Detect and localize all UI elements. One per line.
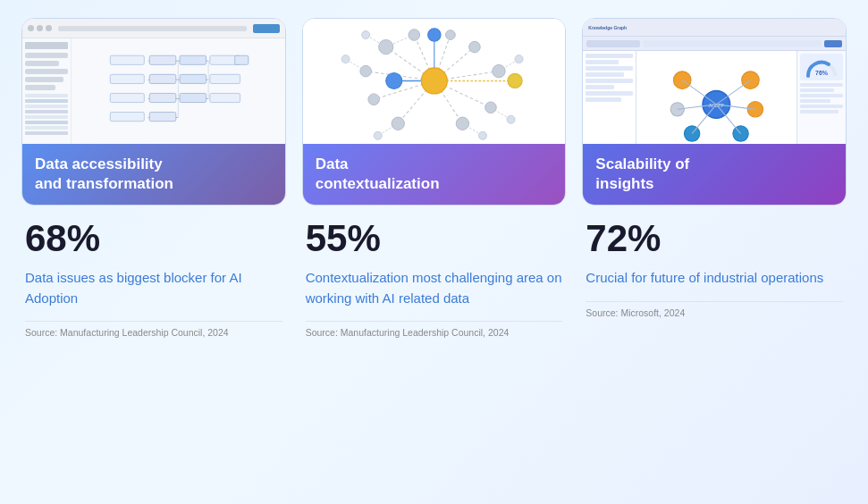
svg-point-50 [360,65,372,77]
card-1-description: Data issues as biggest blocker for AI Ad… [25,268,282,308]
svg-point-62 [507,115,515,123]
svg-rect-17 [210,74,240,83]
mockup-main-1 [72,38,285,144]
cards-container: Data accessibility and transformation 68… [0,0,868,504]
svg-rect-23 [149,113,176,122]
kg-right-panel: 76% [796,51,846,144]
card-1: Data accessibility and transformation 68… [21,18,286,338]
kg-left-panel [583,51,636,144]
svg-point-63 [478,131,486,139]
svg-point-48 [508,73,522,88]
card-1-bottom: 68% Data issues as biggest blocker for A… [21,206,286,338]
svg-rect-10 [149,55,176,64]
card-3-image: Knowledge Graph [582,18,847,206]
card-3-label-line1: Scalability of [595,155,689,172]
svg-point-58 [409,29,420,41]
card-1-label-line2: and transformation [35,175,173,192]
kg-ui-mockup: Knowledge Graph [583,19,846,144]
svg-rect-15 [149,74,176,83]
svg-point-59 [361,31,369,39]
card-2-percent: 55% [306,218,563,259]
mockup-toolbar-1 [22,19,285,38]
card-2-description: Contextualization most challenging area … [306,268,563,308]
svg-rect-14 [110,74,144,83]
svg-point-47 [427,29,440,41]
mockup-body-1 [22,38,285,144]
svg-rect-18 [110,93,144,102]
card-1-label-text: Data accessibility and transformation [35,155,273,194]
svg-point-68 [674,71,692,89]
card-2-label-text: Data contextualization [316,155,553,194]
card-1-percent: 68% [25,218,282,259]
svg-point-46 [385,72,401,88]
svg-point-52 [392,117,404,130]
card-3-percent: 72% [586,218,843,259]
card-3-description: Crucial for future of industrial operati… [586,268,843,289]
card-2: Data contextualization 55% Contextualiza… [302,18,567,338]
svg-rect-13 [235,55,249,64]
svg-point-45 [421,68,447,94]
card-1-label-line1: Data accessibility [35,155,163,172]
svg-point-55 [492,64,504,77]
kg-center-panel: AI BTP [636,51,796,144]
kg-graph-svg: AI BTP [636,51,796,144]
card-2-label: Data contextualization [303,144,566,205]
card-3-label-line2: insights [595,175,653,192]
network-graph [303,19,566,144]
svg-point-56 [468,41,480,53]
card-1-label: Data accessibility and transformation [22,144,285,205]
card-1-image: Data accessibility and transformation [21,18,286,206]
card-2-source: Source: Manufacturing Leadership Council… [306,321,563,338]
card-3-screenshot: Knowledge Graph [583,19,846,144]
card-2-label-line1: Data [316,155,349,172]
svg-point-69 [742,71,760,89]
svg-point-64 [374,131,382,139]
card-2-label-line2: contextualization [316,175,440,192]
svg-point-57 [445,30,455,40]
card-1-source: Source: Manufacturing Leadership Council… [25,321,282,338]
svg-rect-9 [110,55,144,64]
card-2-screenshot [303,19,566,144]
svg-point-49 [378,39,392,54]
svg-point-51 [368,94,380,105]
card-2-image: Data contextualization [302,18,567,206]
card-1-screenshot [22,19,285,144]
network-graph-svg [303,19,566,144]
svg-point-60 [341,55,350,63]
card-2-bottom: 55% Contextualization most challenging a… [302,206,567,338]
card-3-label-text: Scalability of insights [595,155,833,194]
card-3-bottom: 72% Crucial for future of industrial ope… [582,206,847,318]
kg-header: Knowledge Graph [583,19,846,37]
svg-rect-22 [110,113,144,122]
toolbar-dot [37,25,43,31]
card-3: Knowledge Graph [582,18,847,318]
svg-point-54 [485,102,496,113]
toolbar-dot [46,25,52,31]
svg-rect-21 [210,93,240,102]
svg-rect-11 [180,55,206,64]
card-3-source: Source: Microsoft, 2024 [586,301,843,318]
svg-point-53 [456,117,468,130]
kg-body: AI BTP [583,51,846,144]
flow-diagram-svg [75,42,282,140]
svg-point-61 [515,55,523,63]
svg-rect-20 [180,93,206,102]
card-3-label: Scalability of insights [583,144,846,205]
svg-text:76%: 76% [815,70,829,76]
toolbar-dot [28,25,34,31]
mockup-sidebar [22,38,72,144]
svg-rect-16 [180,74,206,83]
svg-rect-19 [149,93,176,102]
